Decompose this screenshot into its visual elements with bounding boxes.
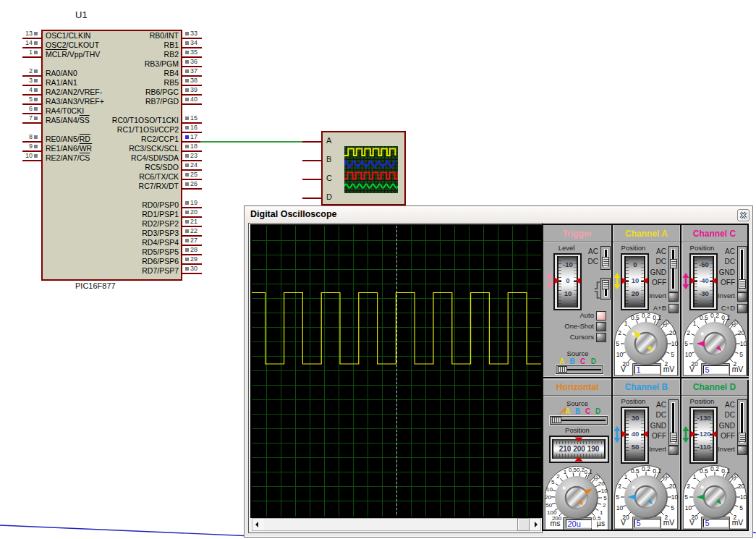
svg-text:100: 100: [547, 509, 557, 515]
svg-text:0.5: 0.5: [631, 313, 640, 321]
svg-text:2: 2: [618, 482, 621, 489]
svg-text:2: 2: [687, 328, 690, 336]
svg-text:5: 5: [684, 493, 688, 501]
svg-text:1: 1: [624, 473, 628, 480]
svg-text:5: 5: [616, 340, 619, 347]
svg-text:0.1: 0.1: [585, 468, 593, 475]
svg-text:20: 20: [669, 482, 676, 489]
svg-text:5: 5: [671, 351, 674, 358]
svg-text:5: 5: [616, 493, 619, 501]
svg-text:0.2: 0.2: [710, 311, 719, 318]
svg-text:20: 20: [545, 493, 551, 500]
svg-text:2: 2: [687, 482, 690, 489]
svg-text:10: 10: [740, 493, 747, 501]
svg-text:0.1: 0.1: [721, 313, 730, 321]
svg-text:5: 5: [671, 504, 674, 512]
svg-text:5: 5: [739, 351, 743, 358]
svg-text:0.5: 0.5: [631, 467, 640, 474]
svg-text:0.1: 0.1: [721, 467, 730, 474]
svg-text:10: 10: [671, 493, 679, 501]
svg-text:10: 10: [671, 340, 679, 347]
svg-text:2: 2: [603, 502, 606, 509]
svg-text:10: 10: [616, 504, 624, 512]
svg-text:0.2: 0.2: [642, 464, 650, 472]
svg-text:5: 5: [739, 504, 743, 512]
svg-text:20: 20: [738, 328, 745, 336]
svg-text:10: 10: [685, 504, 692, 512]
svg-text:2: 2: [618, 328, 621, 336]
svg-text:0.5: 0.5: [569, 466, 577, 472]
svg-text:0.5: 0.5: [700, 313, 708, 321]
svg-text:5: 5: [603, 495, 607, 501]
svg-text:1: 1: [624, 320, 628, 327]
svg-text:0.1: 0.1: [653, 313, 661, 321]
svg-text:20: 20: [669, 328, 676, 336]
svg-text:10: 10: [601, 487, 608, 493]
svg-text:10: 10: [616, 351, 624, 358]
svg-text:1: 1: [693, 473, 697, 480]
svg-text:20: 20: [738, 482, 745, 489]
svg-text:0.5: 0.5: [700, 467, 708, 474]
svg-text:1: 1: [693, 320, 697, 327]
svg-text:20: 20: [598, 480, 605, 487]
svg-text:0.2: 0.2: [642, 311, 650, 318]
svg-text:5: 5: [684, 340, 688, 347]
svg-text:1: 1: [564, 468, 567, 475]
svg-text:0.2: 0.2: [710, 464, 719, 472]
svg-text:0.1: 0.1: [653, 467, 661, 474]
svg-text:5: 5: [551, 478, 555, 485]
svg-text:10: 10: [685, 351, 692, 358]
svg-text:50: 50: [545, 501, 552, 508]
svg-text:2: 2: [556, 472, 560, 479]
svg-text:10: 10: [546, 485, 553, 492]
svg-text:10: 10: [740, 340, 747, 347]
